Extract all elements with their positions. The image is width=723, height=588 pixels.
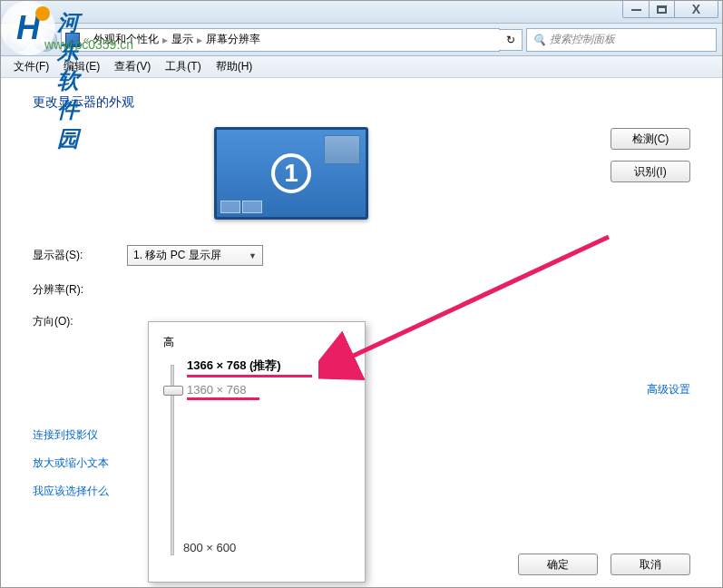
display-value: 1. 移动 PC 显示屏: [133, 248, 221, 263]
maximize-icon: [657, 5, 667, 14]
detect-button[interactable]: 检测(C): [611, 128, 690, 150]
resolution-option-recommended[interactable]: 1366 × 768 (推荐): [187, 358, 281, 374]
content-area: 更改显示器的外观 1 检测(C) 识别(I) 显示器(S): 1. 移动 PC …: [1, 78, 722, 586]
advanced-settings-link[interactable]: 高级设置: [647, 382, 690, 397]
maximize-button[interactable]: [649, 0, 675, 18]
breadcrumb[interactable]: « 外观和个性化 ▸ 显示 ▸ 屏幕分辨率: [61, 28, 500, 52]
breadcrumb-sep-1: ▸: [162, 34, 168, 46]
link-projector[interactable]: 连接到投影仪: [33, 427, 109, 443]
slider-high-label: 高: [163, 335, 356, 350]
search-icon: 🔍: [532, 34, 546, 46]
menu-view[interactable]: 查看(V): [107, 56, 158, 77]
search-input[interactable]: 🔍 搜索控制面板: [526, 28, 717, 52]
resolution-slider-popup: 高 1366 × 768 (推荐) 1360 × 768 800 × 600: [148, 321, 366, 583]
minimize-button[interactable]: [622, 0, 649, 18]
chevron-down-icon: ▼: [249, 251, 257, 260]
nav-forward-button[interactable]: ►: [34, 28, 57, 52]
monitor-preview-row: 1: [33, 127, 690, 220]
panel-icon: [65, 33, 80, 47]
breadcrumb-item-resolution[interactable]: 屏幕分辨率: [206, 32, 260, 47]
window-titlebar: X: [1, 1, 722, 24]
resolution-slider-track[interactable]: [171, 365, 174, 555]
breadcrumb-sep-2: ▸: [197, 34, 202, 46]
minimize-icon: [631, 8, 641, 11]
breadcrumb-item-appearance[interactable]: 外观和个性化: [93, 32, 159, 47]
breadcrumb-back: «: [83, 34, 90, 46]
monitor-preview[interactable]: 1: [214, 127, 368, 220]
monitor-taskbar: [220, 201, 362, 213]
monitor-task-1: [220, 201, 240, 213]
nav-back-button[interactable]: ◄: [6, 28, 30, 52]
resolution-label: 分辨率(R):: [33, 282, 127, 298]
orientation-label: 方向(O):: [33, 314, 127, 329]
resolution-field-row: 分辨率(R):: [33, 282, 690, 298]
close-button[interactable]: X: [675, 0, 718, 18]
slider-track-wrap: 1366 × 768 (推荐) 1360 × 768 800 × 600: [171, 361, 356, 561]
cancel-button[interactable]: 取消: [611, 554, 690, 575]
display-field-row: 显示器(S): 1. 移动 PC 显示屏 ▼: [33, 245, 690, 266]
menu-tools[interactable]: 工具(T): [158, 56, 208, 77]
display-label: 显示器(S):: [33, 248, 127, 263]
monitor-number: 1: [271, 153, 311, 193]
identify-button[interactable]: 识别(I): [611, 161, 690, 182]
menu-file[interactable]: 文件(F): [6, 56, 56, 77]
related-links: 连接到投影仪 放大或缩小文本 我应该选择什么: [33, 427, 109, 499]
link-whichres[interactable]: 我应该选择什么: [33, 484, 109, 499]
ok-button[interactable]: 确定: [518, 554, 598, 575]
resolution-option-1360[interactable]: 1360 × 768: [187, 383, 246, 397]
menu-bar: 文件(F) 编辑(E) 查看(V) 工具(T) 帮助(H): [1, 56, 722, 78]
resolution-slider-thumb[interactable]: [163, 386, 183, 396]
forward-arrow-icon: ►: [39, 33, 52, 47]
dialog-buttons: 确定 取消: [518, 554, 690, 575]
page-title: 更改显示器的外观: [33, 94, 690, 111]
refresh-icon: ↻: [506, 34, 515, 46]
back-arrow-icon: ◄: [12, 33, 24, 47]
close-icon: X: [692, 2, 700, 16]
menu-edit[interactable]: 编辑(E): [56, 56, 107, 77]
link-textsize[interactable]: 放大或缩小文本: [33, 456, 109, 471]
menu-help[interactable]: 帮助(H): [209, 56, 260, 77]
refresh-button[interactable]: ↻: [499, 29, 523, 51]
display-select[interactable]: 1. 移动 PC 显示屏 ▼: [127, 245, 263, 266]
side-buttons: 检测(C) 识别(I): [611, 128, 690, 182]
address-bar: ◄ ► « 外观和个性化 ▸ 显示 ▸ 屏幕分辨率 ↻ 🔍 搜索控制面板: [1, 24, 722, 56]
monitor-mini-window: [324, 135, 360, 164]
search-placeholder: 搜索控制面板: [550, 32, 615, 47]
breadcrumb-item-display[interactable]: 显示: [171, 32, 193, 47]
resolution-option-800[interactable]: 800 × 600: [183, 541, 236, 554]
monitor-task-2: [242, 201, 262, 213]
